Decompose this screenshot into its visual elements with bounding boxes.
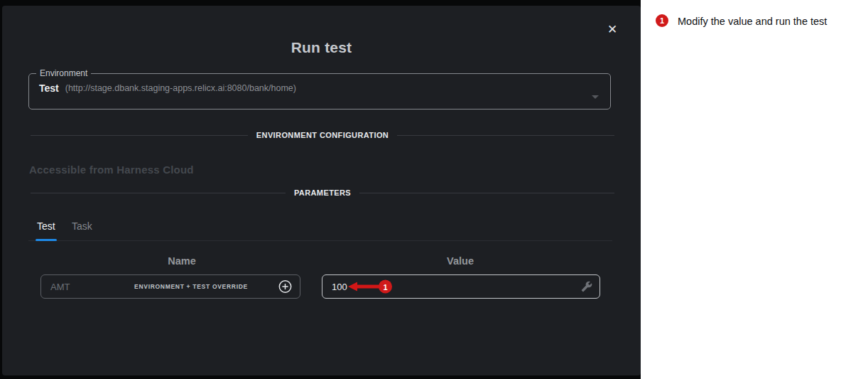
override-scope-badge: ENVIRONMENT + TEST OVERRIDE [134, 283, 248, 290]
column-header-value: Value [447, 255, 474, 267]
environment-label: Environment [36, 68, 91, 78]
environment-selected-url: (http://stage.dbank.staging-apps.relicx.… [65, 83, 296, 93]
column-header-name: Name [168, 255, 196, 267]
parameters-heading: PARAMETERS [294, 188, 351, 197]
step-number-badge: 1 [656, 14, 668, 27]
dialog-title: Run test [2, 39, 641, 56]
circle-plus-icon[interactable] [278, 280, 292, 294]
run-test-dialog: ✕ Run test Environment Test (http://stag… [2, 6, 641, 375]
close-icon[interactable]: ✕ [602, 20, 622, 40]
parameter-value-field: 1 [322, 274, 600, 299]
step-text: Modify the value and run the test [678, 14, 827, 28]
tab-task[interactable]: Task [72, 220, 92, 232]
environment-select[interactable]: Environment Test (http://stage.dbank.sta… [28, 68, 611, 110]
environment-configuration-heading: ENVIRONMENT CONFIGURATION [256, 131, 389, 139]
annotation-side-panel: 1 Modify the value and run the test [641, 0, 868, 379]
modal-backdrop: ✕ Run test Environment Test (http://stag… [0, 0, 641, 379]
tab-test[interactable]: Test [37, 220, 55, 232]
environment-selected-name: Test [39, 82, 59, 94]
harness-cloud-access-note: Accessible from Harness Cloud [29, 164, 194, 176]
active-tab-indicator [36, 239, 57, 241]
tab-divider-line [28, 240, 612, 241]
parameters-divider: PARAMETERS [31, 188, 614, 197]
annotation-badge-1: 1 [379, 280, 392, 294]
annotation-step-1: 1 Modify the value and run the test [656, 14, 827, 28]
environment-configuration-divider: ENVIRONMENT CONFIGURATION [31, 131, 614, 139]
parameter-name-input[interactable] [41, 275, 148, 298]
parameter-name-field: ENVIRONMENT + TEST OVERRIDE [40, 274, 300, 299]
left-arrow-icon [348, 282, 379, 292]
wrench-icon[interactable] [581, 281, 592, 292]
chevron-down-icon [592, 95, 599, 99]
